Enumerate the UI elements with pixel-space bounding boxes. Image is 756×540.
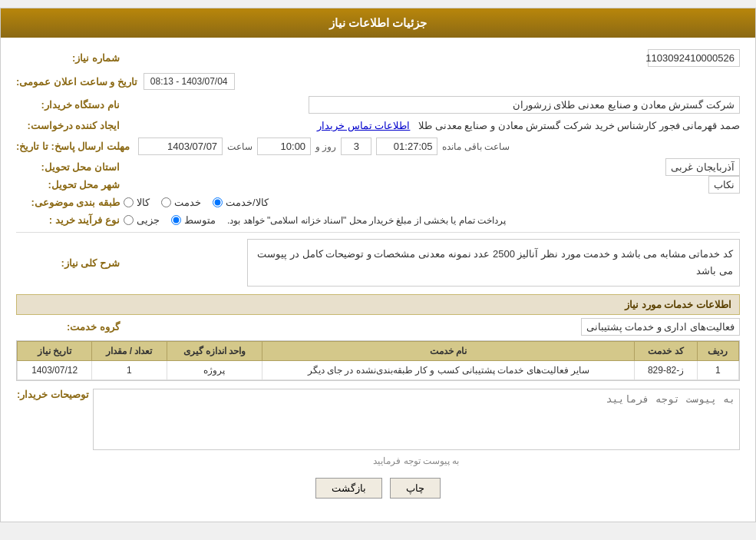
mohlat-saatLabel: ساعت	[227, 141, 253, 152]
ijadKonande-value: صمد قهرمانی فجور کارشناس خرید شرکت گسترش…	[124, 120, 740, 131]
buyer-notes-input[interactable]	[93, 389, 740, 450]
ijadKonande-label: ایجاد کننده درخواست:	[16, 120, 124, 131]
shomareNiaz-value: 1103092410000526	[124, 49, 740, 67]
shahr-label: شهر محل تحویل:	[16, 179, 124, 190]
ijadKonande-text: صمد قهرمانی فجور کارشناس خرید شرکت گسترش…	[418, 120, 740, 131]
namDastgah-row: نام دستگاه خریدار: شرکت گسترش معادن و صن…	[16, 96, 740, 114]
shahr-box: نکاب	[708, 176, 740, 194]
mohlat-label: مهلت ارسال پاسخ: تا تاریخ:	[16, 141, 134, 152]
mohlat-baqiLabel: ساعت باقی مانده	[442, 141, 510, 152]
shomareNiaz-label: شماره نیاز:	[16, 52, 124, 64]
shomareNiaz-row: شماره نیاز: 1103092410000526	[16, 49, 740, 67]
table-body: 1 ز-82-829 سایر فعالیت‌های خدمات پشتیبان…	[18, 361, 739, 380]
namDastgah-box: شرکت گسترش معادن و صنایع معدنی طلای زرشو…	[309, 96, 740, 114]
tabaqe-options: کالا خدمت کالا/خدمت	[124, 197, 740, 208]
sharh-box: کد خدماتی مشابه می باشد و خدمت مورد نظر …	[247, 239, 740, 287]
noFarayand-motevaset: متوسط	[171, 214, 216, 226]
table-header-row: ردیف کد خدمت نام خدمت واحد اندازه گیری ت…	[18, 342, 739, 361]
services-table: ردیف کد خدمت نام خدمت واحد اندازه گیری ت…	[17, 341, 739, 380]
ostan-value: آذربایجان غربی	[124, 161, 740, 173]
ijadKonande-row: ایجاد کننده درخواست: صمد قهرمانی فجور کا…	[16, 120, 740, 131]
bazgasht-button[interactable]: بازگشت	[315, 478, 382, 499]
noFarayand-motevaset-label: متوسط	[184, 214, 216, 226]
mohlat-saat: 10:00	[257, 137, 311, 155]
mohlat-baqi: 01:27:05	[376, 137, 437, 155]
buyer-notes-hint: به پیوست توجه فرمایید	[93, 456, 740, 466]
noFarayand-value: جزیی متوسط پرداخت تمام یا بخشی از مبلغ خ…	[124, 214, 740, 226]
services-table-container: ردیف کد خدمت نام خدمت واحد اندازه گیری ت…	[16, 340, 740, 381]
cell-tarikh: 1403/07/12	[18, 361, 92, 380]
shomareNiaz-box: 1103092410000526	[648, 49, 740, 67]
tabaqe-kala-khadamat-radio[interactable]	[213, 197, 223, 207]
tabaqe-kala: کالا	[124, 197, 150, 208]
tabaqe-row: طبقه بندی موضوعی: کالا خدمت کالا/خدمت	[16, 197, 740, 208]
ostan-label: استان محل تحویل:	[16, 161, 124, 173]
cell-tedad: 1	[92, 361, 167, 380]
separator-1	[16, 232, 740, 233]
tabaqe-khadamat-radio[interactable]	[161, 197, 171, 207]
namDastgah-label: نام دستگاه خریدار:	[16, 99, 124, 111]
noFarayand-label: نوع فرآیند خرید :	[16, 214, 124, 226]
shahr-value: نکاب	[124, 179, 740, 190]
tabaqe-kala-khadamat-label: کالا/خدمت	[226, 197, 269, 208]
mohlat-row: مهلت ارسال پاسخ: تا تاریخ: 1403/07/07 سا…	[16, 137, 740, 155]
sharh-row: شرح کلی نیاز: کد خدماتی مشابه می باشد و …	[16, 239, 740, 287]
content-area: شماره نیاز: 1103092410000526 تاریخ و ساع…	[1, 38, 755, 522]
noFarayand-jozi-label: جزیی	[137, 214, 160, 226]
announce-value: 1403/07/04 - 08:13	[144, 73, 235, 90]
ijadKonande-link[interactable]: اطلاعات تماس خریدار	[317, 120, 410, 131]
noFarayand-note: پرداخت تمام یا بخشی از مبلغ خریدار محل "…	[227, 215, 506, 226]
cell-nam: سایر فعالیت‌های خدمات پشتیبانی کسب و کار…	[262, 361, 635, 380]
col-tedad: تعداد / مقدار	[92, 342, 167, 361]
sharh-label: شرح کلی نیاز:	[16, 257, 124, 269]
announce-label: تاریخ و ساعت اعلان عمومی:	[16, 76, 137, 88]
mohlat-roz: 3	[341, 137, 371, 155]
ostan-box: آذربایجان غربی	[665, 158, 740, 176]
khadamat-section-title: اطلاعات خدمات مورد نیاز	[16, 294, 740, 315]
ostan-row: استان محل تحویل: آذربایجان غربی	[16, 161, 740, 173]
tabaqe-kala-label: کالا	[137, 197, 150, 208]
chap-button[interactable]: چاپ	[390, 478, 441, 499]
sharh-value: کد خدماتی مشابه می باشد و خدمت مورد نظر …	[124, 239, 740, 287]
button-row: چاپ بازگشت	[16, 478, 740, 499]
shahr-row: شهر محل تحویل: نکاب	[16, 179, 740, 190]
tabaqe-kala-khadamat: کالا/خدمت	[213, 197, 269, 208]
mohlat-date: 1403/07/07	[138, 137, 223, 155]
buyer-notes-value: به پیوست توجه فرمایید	[93, 389, 740, 466]
grohKhadamat-box: فعالیت‌های اداری و خدمات پشتیبانی	[581, 318, 740, 336]
tabaqe-label: طبقه بندی موضوعی:	[16, 197, 124, 208]
cell-kod: ز-82-829	[635, 361, 697, 380]
noFarayand-row: نوع فرآیند خرید : جزیی متوسط پرداخت تمام…	[16, 214, 740, 226]
buyer-notes-label: توصیحات خریدار:	[16, 389, 93, 400]
col-radif: ردیف	[697, 342, 738, 361]
page-title: جزئیات اطلاعات نیاز	[329, 16, 427, 29]
table-row: 1 ز-82-829 سایر فعالیت‌های خدمات پشتیبان…	[18, 361, 739, 380]
announce-row: تاریخ و ساعت اعلان عمومی: 1403/07/04 - 0…	[16, 73, 740, 90]
cell-vahed: پروژه	[167, 361, 262, 380]
grohKhadamat-value: فعالیت‌های اداری و خدمات پشتیبانی	[124, 321, 740, 333]
col-tarikh: تاریخ نیاز	[18, 342, 92, 361]
buyer-notes-row: توصیحات خریدار: به پیوست توجه فرمایید	[16, 389, 740, 466]
grohKhadamat-label: گروه خدمت:	[16, 321, 124, 333]
col-nam: نام خدمت	[262, 342, 635, 361]
noFarayand-options: جزیی متوسط پرداخت تمام یا بخشی از مبلغ خ…	[124, 214, 740, 226]
grohKhadamat-row: گروه خدمت: فعالیت‌های اداری و خدمات پشتی…	[16, 321, 740, 333]
col-vahed: واحد اندازه گیری	[167, 342, 262, 361]
noFarayand-motevaset-radio[interactable]	[171, 215, 181, 225]
noFarayand-jozi: جزیی	[124, 214, 160, 226]
cell-radif: 1	[697, 361, 738, 380]
page-header: جزئیات اطلاعات نیاز	[1, 8, 755, 38]
col-kod: کد خدمت	[635, 342, 697, 361]
namDastgah-value: شرکت گسترش معادن و صنایع معدنی طلای زرشو…	[124, 96, 740, 114]
mohlat-rozLabel: روز و	[315, 141, 336, 152]
noFarayand-jozi-radio[interactable]	[124, 215, 134, 225]
tabaqe-kala-radio[interactable]	[124, 197, 134, 207]
main-container: جزئیات اطلاعات نیاز شماره نیاز: 11030924…	[0, 8, 756, 522]
tabaqe-khadamat-label: خدمت	[174, 197, 201, 208]
tabaqe-khadamat: خدمت	[161, 197, 201, 208]
